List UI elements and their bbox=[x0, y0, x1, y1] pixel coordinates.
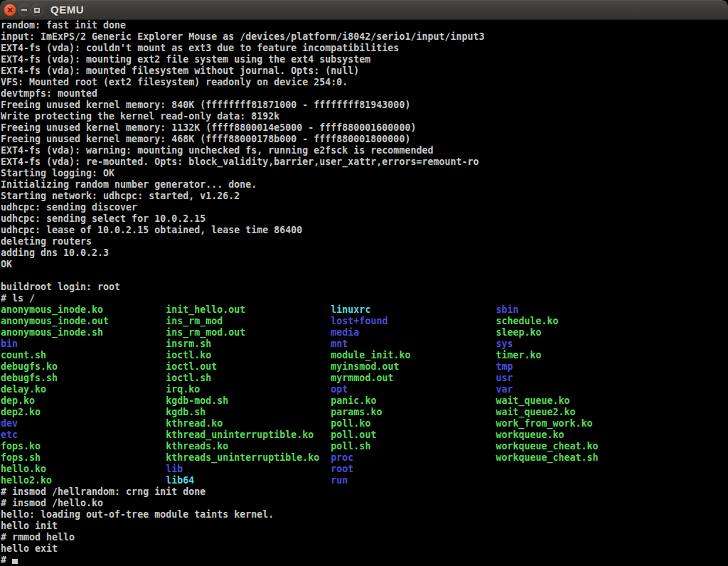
terminal-line: anonymous_inode.ko init_hello.out linuxr… bbox=[1, 304, 728, 316]
terminal-line: adding dns 10.0.2.3 bbox=[1, 247, 728, 259]
terminal-line: udhcpc: lease of 10.0.2.15 obtained, lea… bbox=[1, 225, 728, 236]
terminal-line: EXT4-fs (vda): warning: mounting uncheck… bbox=[1, 145, 728, 156]
qemu-window: ✕ QEMU random: fast init doneinput: ImEx… bbox=[0, 0, 728, 566]
maximize-icon bbox=[34, 8, 40, 13]
terminal-line: dep2.ko kgdb.sh params.ko wait_queue2.ko bbox=[1, 407, 728, 418]
terminal-line: EXT4-fs (vda): couldn't mount as ext3 du… bbox=[1, 43, 728, 54]
terminal-line: # bbox=[1, 555, 728, 566]
terminal-line: dep.ko kgdb-mod.sh panic.ko wait_queue.k… bbox=[1, 395, 728, 407]
terminal-line: etc kthread_uninterruptible.ko poll.out … bbox=[1, 429, 728, 441]
terminal-line: Freeing unused kernel memory: 840K (ffff… bbox=[1, 100, 728, 111]
terminal-line: # insmod /hello.ko bbox=[1, 498, 728, 509]
terminal-line: anonymous_inode.out ins_rm_mod lost+foun… bbox=[1, 316, 728, 327]
terminal-line: hello2.ko lib64 run bbox=[1, 475, 728, 486]
terminal-line: deleting routers bbox=[1, 236, 728, 247]
terminal-line: hello exit bbox=[1, 543, 728, 555]
window-title: QEMU bbox=[50, 0, 84, 19]
terminal-line: Starting network: udhcpc: started, v1.26… bbox=[1, 191, 728, 202]
terminal-line: anonymous_inode.sh ins_rm_mod.out media … bbox=[1, 327, 728, 338]
terminal-line: hello: loading out-of-tree module taints… bbox=[1, 509, 728, 520]
terminal-line: fops.sh kthreads_uninterruptible.ko proc… bbox=[1, 452, 728, 464]
terminal-line bbox=[1, 270, 728, 282]
terminal-line: EXT4-fs (vda): mounting ext2 file system… bbox=[1, 54, 728, 65]
minimize-icon bbox=[21, 9, 27, 11]
terminal-line: bin insrm.sh mnt sys bbox=[1, 338, 728, 350]
terminal-line: Freeing unused kernel memory: 468K (ffff… bbox=[1, 134, 728, 145]
terminal-line: Freeing unused kernel memory: 1132K (fff… bbox=[1, 122, 728, 134]
terminal-line: EXT4-fs (vda): mounted filesystem withou… bbox=[1, 65, 728, 77]
terminal-line: # rmmod hello bbox=[1, 532, 728, 543]
terminal-line: buildroot login: root bbox=[1, 282, 728, 293]
terminal-line: Starting logging: OK bbox=[1, 168, 728, 179]
terminal-line: input: ImExPS/2 Generic Explorer Mouse a… bbox=[1, 31, 728, 43]
terminal-line: fops.ko kthreads.ko poll.sh workqueue_ch… bbox=[1, 441, 728, 452]
terminal-line: debugfs.ko ioctl.out myinsmod.out tmp bbox=[1, 361, 728, 373]
terminal-line: udhcpc: sending discover bbox=[1, 202, 728, 213]
close-button[interactable]: ✕ bbox=[4, 4, 16, 16]
minimize-button[interactable] bbox=[18, 4, 31, 16]
terminal-line: hello.ko lib root bbox=[1, 464, 728, 475]
terminal-line: delay.ko irq.ko opt var bbox=[1, 384, 728, 395]
titlebar[interactable]: ✕ QEMU bbox=[0, 0, 728, 20]
terminal-line: # ls / bbox=[1, 293, 728, 304]
maximize-button[interactable] bbox=[31, 4, 43, 16]
terminal-line: count.sh ioctl.ko module_init.ko timer.k… bbox=[1, 350, 728, 361]
terminal-line: devtmpfs: mounted bbox=[1, 88, 728, 100]
terminal-line: udhcpc: sending select for 10.0.2.15 bbox=[1, 213, 728, 225]
terminal-line: VFS: Mounted root (ext2 filesystem) read… bbox=[1, 77, 728, 88]
terminal-line: hello init bbox=[1, 520, 728, 532]
terminal-line: Initializing random number generator... … bbox=[1, 179, 728, 191]
terminal-console[interactable]: random: fast init doneinput: ImExPS/2 Ge… bbox=[0, 20, 728, 566]
terminal-line: EXT4-fs (vda): re-mounted. Opts: block_v… bbox=[1, 156, 728, 168]
terminal-line: random: fast init done bbox=[1, 20, 728, 31]
terminal-line: Write protecting the kernel read-only da… bbox=[1, 111, 728, 122]
terminal-line: # insmod /hellrandom: crng init done bbox=[1, 486, 728, 498]
terminal-line: dev kthread.ko poll.ko work_from_work.ko bbox=[1, 418, 728, 429]
terminal-line: OK bbox=[1, 259, 728, 270]
close-icon: ✕ bbox=[6, 6, 13, 14]
terminal-line: debugfs.sh ioctl.sh myrmmod.out usr bbox=[1, 373, 728, 384]
text-cursor bbox=[12, 559, 18, 564]
